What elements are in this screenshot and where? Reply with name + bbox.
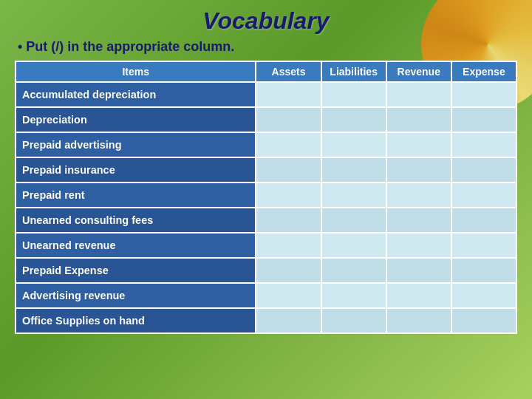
col-header-items: Items	[16, 61, 256, 82]
table-row: Advertising revenue	[16, 283, 516, 308]
table-cell-value	[386, 308, 451, 333]
table-cell-item: Depreciation	[16, 107, 256, 132]
table-cell-value	[451, 208, 516, 233]
table-cell-value	[321, 233, 386, 258]
table-row: Prepaid insurance	[16, 157, 516, 183]
table-cell-value	[386, 183, 451, 208]
table-row: Unearned consulting fees	[16, 208, 516, 233]
table-cell-item: Advertising revenue	[16, 283, 256, 308]
table-cell-value	[321, 107, 386, 132]
table-cell-value	[386, 157, 451, 183]
table-row: Unearned revenue	[16, 233, 516, 258]
page-subtitle: • Put (/) in the appropriate column.	[15, 39, 517, 55]
main-content: Vocabulary • Put (/) in the appropriate …	[0, 0, 532, 341]
table-cell-value	[451, 258, 516, 283]
table-cell-value	[321, 157, 386, 183]
table-cell-value	[386, 208, 451, 233]
table-cell-value	[451, 157, 516, 183]
col-header-expense: Expense	[451, 61, 516, 82]
table-cell-value	[256, 82, 321, 107]
table-cell-value	[256, 233, 321, 258]
table-row: Accumulated depreciation	[16, 82, 516, 107]
table-row: Office Supplies on hand	[16, 308, 516, 333]
table-cell-value	[451, 107, 516, 132]
table-cell-value	[321, 183, 386, 208]
table-cell-item: Office Supplies on hand	[16, 308, 256, 333]
table-cell-value	[386, 233, 451, 258]
col-header-assets: Assets	[256, 61, 321, 82]
table-cell-value	[386, 283, 451, 308]
table-cell-value	[321, 258, 386, 283]
table-cell-item: Prepaid advertising	[16, 132, 256, 157]
vocabulary-table: Items Assets Liabilities Revenue Expense…	[15, 61, 517, 334]
table-cell-value	[321, 308, 386, 333]
table-cell-value	[386, 107, 451, 132]
page-title: Vocabulary	[15, 7, 517, 35]
table-row: Depreciation	[16, 107, 516, 132]
table-cell-value	[386, 132, 451, 157]
table-cell-value	[386, 258, 451, 283]
table-cell-value	[256, 308, 321, 333]
table-row: Prepaid advertising	[16, 132, 516, 157]
table-cell-item: Unearned revenue	[16, 233, 256, 258]
table-cell-value	[451, 183, 516, 208]
table-cell-value	[256, 157, 321, 183]
table-cell-value	[256, 208, 321, 233]
table-cell-item: Prepaid rent	[16, 183, 256, 208]
table-cell-item: Unearned consulting fees	[16, 208, 256, 233]
table-row: Prepaid rent	[16, 183, 516, 208]
table-cell-item: Prepaid Expense	[16, 258, 256, 283]
table-cell-value	[451, 82, 516, 107]
table-cell-value	[321, 82, 386, 107]
col-header-revenue: Revenue	[386, 61, 451, 82]
table-cell-value	[321, 132, 386, 157]
table-cell-item: Prepaid insurance	[16, 157, 256, 183]
table-cell-value	[451, 283, 516, 308]
table-cell-value	[256, 107, 321, 132]
table-cell-value	[256, 258, 321, 283]
table-cell-item: Accumulated depreciation	[16, 82, 256, 107]
table-cell-value	[321, 283, 386, 308]
table-cell-value	[256, 283, 321, 308]
table-cell-value	[451, 132, 516, 157]
table-cell-value	[256, 183, 321, 208]
col-header-liabilities: Liabilities	[321, 61, 386, 82]
table-header-row: Items Assets Liabilities Revenue Expense	[16, 61, 516, 82]
table-cell-value	[451, 308, 516, 333]
table-cell-value	[451, 233, 516, 258]
table-cell-value	[386, 82, 451, 107]
table-cell-value	[256, 132, 321, 157]
table-row: Prepaid Expense	[16, 258, 516, 283]
table-cell-value	[321, 208, 386, 233]
